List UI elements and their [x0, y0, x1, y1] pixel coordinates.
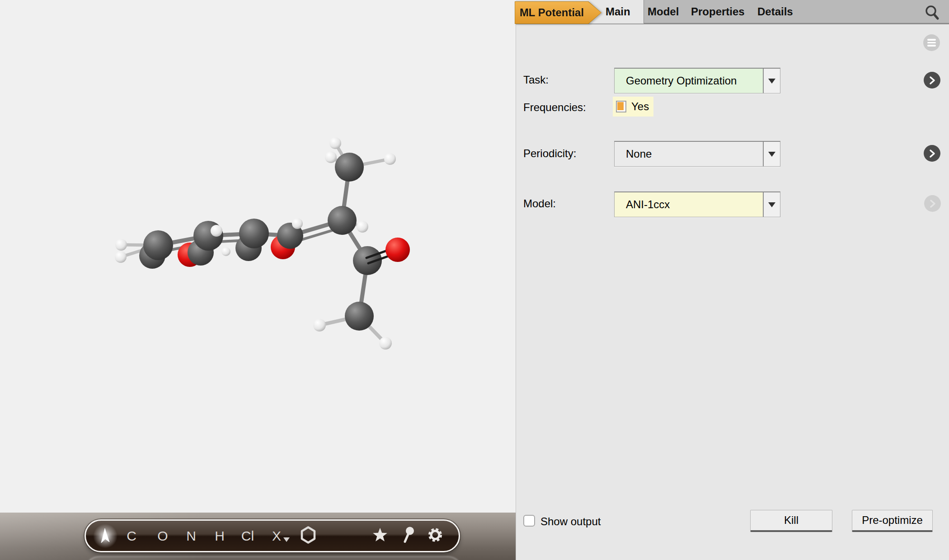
show-output-label: Show output: [540, 515, 601, 528]
model-dropdown[interactable]: ANI-1ccx: [614, 191, 780, 217]
toolbar-reflection: [85, 556, 463, 560]
wand-tool[interactable]: [401, 526, 416, 546]
checkbox-checked-icon: [616, 101, 626, 112]
element-hydrogen-button[interactable]: H: [215, 529, 225, 543]
ml-potential-tab[interactable]: ML Potential: [515, 1, 601, 24]
periodicity-value: None: [615, 142, 763, 166]
star-icon: [372, 527, 388, 542]
chevron-right-icon: [929, 75, 936, 85]
task-dropdown[interactable]: Geometry Optimization: [614, 68, 780, 93]
chevron-right-icon: [929, 149, 936, 159]
hexagon-icon: [300, 526, 316, 544]
molecule-viewer-canvas[interactable]: C O N H Cl X: [0, 0, 516, 560]
molecule-model: [0, 0, 516, 560]
app-window: C O N H Cl X: [0, 0, 949, 560]
caret-down-icon: [768, 152, 775, 157]
periodicity-dropdown[interactable]: None: [614, 141, 780, 167]
ring-tool[interactable]: [300, 526, 316, 546]
gear-icon: [427, 526, 444, 543]
search-icon: [925, 5, 940, 21]
search-button[interactable]: [923, 4, 941, 22]
frequencies-value: Yes: [631, 100, 649, 113]
caret-down-icon: [283, 537, 290, 542]
caret-down-icon: [768, 202, 775, 207]
task-details-button[interactable]: [924, 72, 940, 89]
element-picker-button[interactable]: X: [272, 529, 281, 543]
caret-down-icon: [768, 79, 775, 84]
tab-main[interactable]: Main: [606, 0, 630, 23]
checkbox-orange-fill: [617, 102, 624, 110]
frequencies-checkbox[interactable]: Yes: [613, 97, 653, 117]
settings-tool[interactable]: [427, 526, 444, 546]
pointer-tool[interactable]: [93, 523, 118, 549]
tab-model[interactable]: Model: [648, 0, 679, 23]
dropdown-arrow: [763, 69, 780, 93]
model-details-button-disabled: [924, 195, 941, 212]
balloon-wand-icon: [401, 526, 416, 544]
element-picker-caret[interactable]: [283, 537, 290, 542]
model-label: Model:: [523, 197, 556, 210]
inactive-tabs-area: [644, 0, 949, 24]
ml-potential-tab-label: ML Potential: [515, 1, 589, 24]
preoptimize-button[interactable]: Pre-optimize: [852, 510, 933, 532]
element-carbon-button[interactable]: C: [127, 529, 136, 543]
show-output-checkbox[interactable]: [523, 515, 535, 527]
task-label: Task:: [523, 74, 549, 86]
chevron-right-icon: [929, 199, 936, 209]
cursor-arrow-icon: [97, 527, 113, 545]
tab-properties[interactable]: Properties: [691, 0, 745, 23]
dropdown-arrow: [763, 192, 780, 217]
element-oxygen-button[interactable]: O: [157, 529, 168, 543]
editor-toolbar: C O N H Cl X: [85, 519, 460, 552]
element-chlorine-button[interactable]: Cl: [241, 529, 254, 543]
element-nitrogen-button[interactable]: N: [186, 529, 196, 543]
dropdown-arrow: [763, 142, 780, 166]
hamburger-icon: [927, 39, 936, 47]
panel-menu-button[interactable]: [923, 34, 940, 51]
task-value: Geometry Optimization: [615, 69, 763, 93]
periodicity-label: Periodicity:: [523, 147, 576, 160]
frequencies-label: Frequencies:: [523, 101, 586, 114]
model-value: ANI-1ccx: [615, 192, 763, 217]
favorites-tool[interactable]: [372, 527, 388, 545]
kill-button[interactable]: Kill: [750, 510, 832, 532]
periodicity-details-button[interactable]: [924, 145, 940, 162]
tab-details[interactable]: Details: [757, 0, 793, 23]
